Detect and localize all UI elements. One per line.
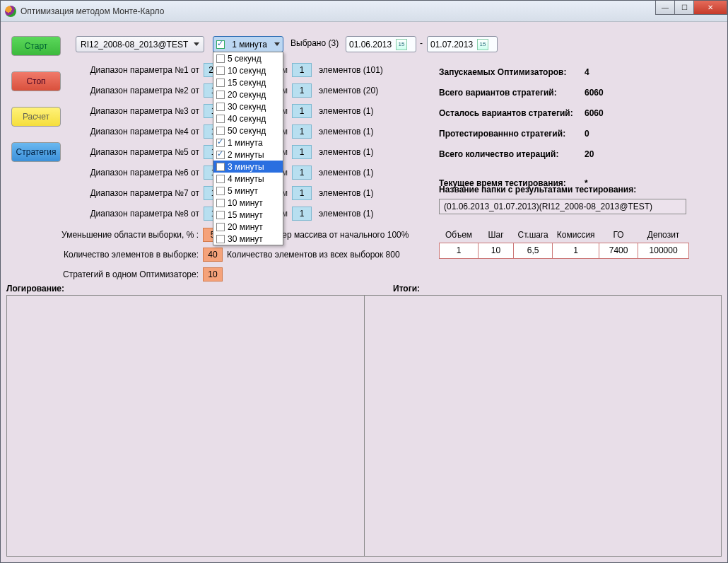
param-to-input[interactable]: 1 bbox=[292, 63, 312, 77]
timeframe-option[interactable]: 20 секунд bbox=[213, 88, 283, 100]
checkbox-icon bbox=[216, 211, 225, 219]
timeframe-option[interactable]: 1 минута bbox=[213, 137, 283, 149]
timeframe-option[interactable]: 5 секунд bbox=[213, 52, 283, 64]
strategy-button[interactable]: Стратегия bbox=[11, 142, 61, 162]
stat-key: Осталось вариантов стратегий: bbox=[439, 108, 585, 118]
logging-label: Логирование: bbox=[6, 284, 64, 294]
checkbox-icon bbox=[216, 115, 225, 123]
instrument-value: RI12_2008-08_2013@TEST bbox=[81, 40, 188, 50]
timeframe-option[interactable]: 4 минуты bbox=[213, 173, 283, 185]
folder-label: Название папки с результатами тестирован… bbox=[439, 185, 636, 195]
timeframe-option-label: 30 минут bbox=[228, 234, 263, 244]
timeframe-option-label: 20 минут bbox=[228, 222, 263, 232]
timeframe-option-label: 10 минут bbox=[228, 198, 263, 208]
param-elements: элементов (1) bbox=[319, 127, 374, 137]
folder-input[interactable]: (01.06.2013_01.07.2013)(RI12_2008-08_201… bbox=[439, 199, 686, 214]
timeframe-option[interactable]: 2 минуты bbox=[213, 149, 283, 161]
table-cell[interactable]: 7400 bbox=[599, 243, 638, 258]
checkbox-icon bbox=[216, 175, 225, 183]
checkbox-icon bbox=[216, 66, 225, 75]
date-from-value: 01.06.2013 bbox=[349, 40, 392, 50]
checkbox-icon bbox=[216, 187, 225, 195]
window-title: Оптимизация методом Монте-Карло bbox=[20, 6, 164, 16]
minimize-button[interactable]: — bbox=[655, 1, 675, 15]
logging-panel[interactable] bbox=[6, 295, 365, 557]
param-label: Диапазон параметра №7 от bbox=[76, 188, 199, 198]
timeframe-option[interactable]: 30 секунд bbox=[213, 100, 283, 112]
checkbox-icon bbox=[216, 127, 225, 135]
stat-row: Запускаемых Оптимизаторов:4 bbox=[439, 62, 708, 82]
stat-key: Протестированнно стратегий: bbox=[439, 129, 585, 139]
param-to-input[interactable]: 1 bbox=[292, 166, 312, 180]
timeframe-option[interactable]: 40 секунд bbox=[213, 112, 283, 124]
checkbox-icon bbox=[216, 235, 225, 243]
table-cell[interactable]: 6,5 bbox=[514, 243, 553, 258]
timeframe-value: 1 минута bbox=[232, 40, 267, 50]
maximize-button[interactable]: ☐ bbox=[674, 1, 694, 15]
param-label: Диапазон параметра №3 от bbox=[76, 106, 199, 116]
timeframe-option[interactable]: 30 минут bbox=[213, 233, 283, 245]
chevron-down-icon bbox=[274, 42, 280, 46]
setting-label: Количество элементов в выборке: bbox=[22, 250, 199, 260]
setting-input[interactable]: 40 bbox=[203, 248, 223, 262]
param-to-input[interactable]: 1 bbox=[292, 124, 312, 139]
chevron-down-icon bbox=[194, 42, 199, 46]
setting-input[interactable]: 10 bbox=[203, 267, 223, 282]
stats-block: Запускаемых Оптимизаторов:4Всего вариант… bbox=[439, 62, 708, 193]
timeframe-option[interactable]: 10 секунд bbox=[213, 64, 283, 76]
start-button[interactable]: Старт bbox=[11, 36, 61, 56]
titlebar[interactable]: Оптимизация методом Монте-Карло — ☐ ✕ bbox=[1, 1, 727, 22]
calc-button[interactable]: Расчет bbox=[11, 107, 61, 127]
stat-row: Всего вариантов стратегий:6060 bbox=[439, 82, 708, 103]
close-button[interactable]: ✕ bbox=[693, 1, 727, 15]
param-elements: элементов (1) bbox=[319, 188, 374, 198]
date-from-input[interactable]: 01.06.2013 15 bbox=[346, 36, 416, 52]
table-cell[interactable]: 100000 bbox=[638, 243, 689, 258]
checkbox-icon bbox=[216, 199, 225, 207]
timeframe-option-label: 10 секунд bbox=[228, 66, 266, 76]
table-cell[interactable]: 1 bbox=[440, 243, 479, 258]
param-label: Диапазон параметра №6 от bbox=[76, 168, 199, 178]
param-to-input[interactable]: 1 bbox=[292, 145, 312, 159]
app-icon bbox=[5, 6, 16, 17]
summary-label: Итоги: bbox=[393, 284, 420, 294]
stop-button[interactable]: Стоп bbox=[11, 71, 61, 91]
setting-row: Количество элементов в выборке:40Количес… bbox=[22, 245, 418, 265]
param-elements: элементов (1) bbox=[319, 209, 374, 219]
timeframe-option[interactable]: 15 секунд bbox=[213, 76, 283, 88]
calendar-icon[interactable]: 15 bbox=[477, 39, 488, 50]
timeframe-option[interactable]: 5 минут bbox=[213, 185, 283, 197]
calendar-icon[interactable]: 15 bbox=[396, 39, 407, 50]
timeframe-option-label: 3 минуты bbox=[228, 162, 264, 172]
timeframe-option[interactable]: 10 минут bbox=[213, 197, 283, 209]
stat-key: Запускаемых Оптимизаторов: bbox=[439, 67, 585, 77]
param-to-input[interactable]: 1 bbox=[292, 104, 312, 118]
setting-label: Уменьшение области выборки, % : bbox=[22, 230, 199, 240]
stat-value: 6060 bbox=[585, 88, 604, 98]
param-label: Диапазон параметра №1 от bbox=[76, 65, 199, 75]
timeframe-option[interactable]: 50 секунд bbox=[213, 124, 283, 137]
param-to-input[interactable]: 1 bbox=[292, 186, 312, 200]
timeframe-dropdown[interactable]: 1 минута bbox=[213, 36, 283, 52]
table-header: Объем bbox=[440, 227, 479, 243]
stat-value: 6060 bbox=[585, 108, 604, 118]
timeframe-popup[interactable]: 5 секунд10 секунд15 секунд20 секунд30 се… bbox=[213, 52, 283, 245]
table-cell[interactable]: 1 bbox=[553, 243, 599, 258]
param-label: Диапазон параметра №5 от bbox=[76, 147, 199, 157]
setting-tail: Количество элементов из всех выборок 800 bbox=[227, 250, 400, 260]
instrument-dropdown[interactable]: RI12_2008-08_2013@TEST bbox=[76, 36, 204, 52]
setting-label: Стратегий в одном Оптимизаторе: bbox=[22, 269, 199, 279]
date-to-input[interactable]: 01.07.2013 15 bbox=[427, 36, 498, 52]
selected-count-label: Выбрано (3) bbox=[290, 38, 339, 48]
table-cell[interactable]: 10 bbox=[479, 243, 514, 258]
param-table: ОбъемШагСт.шагаКомиссияГОДепозит 1106,51… bbox=[439, 227, 689, 259]
summary-panel[interactable] bbox=[365, 295, 722, 557]
param-elements: элементов (1) bbox=[319, 147, 374, 157]
timeframe-option[interactable]: 15 минут bbox=[213, 209, 283, 221]
param-to-input[interactable]: 1 bbox=[292, 207, 312, 221]
param-to-input[interactable]: 1 bbox=[292, 83, 312, 98]
stat-value: 4 bbox=[585, 67, 589, 77]
timeframe-option[interactable]: 3 минуты bbox=[213, 161, 283, 173]
checkbox-icon bbox=[216, 223, 225, 231]
timeframe-option[interactable]: 20 минут bbox=[213, 221, 283, 233]
